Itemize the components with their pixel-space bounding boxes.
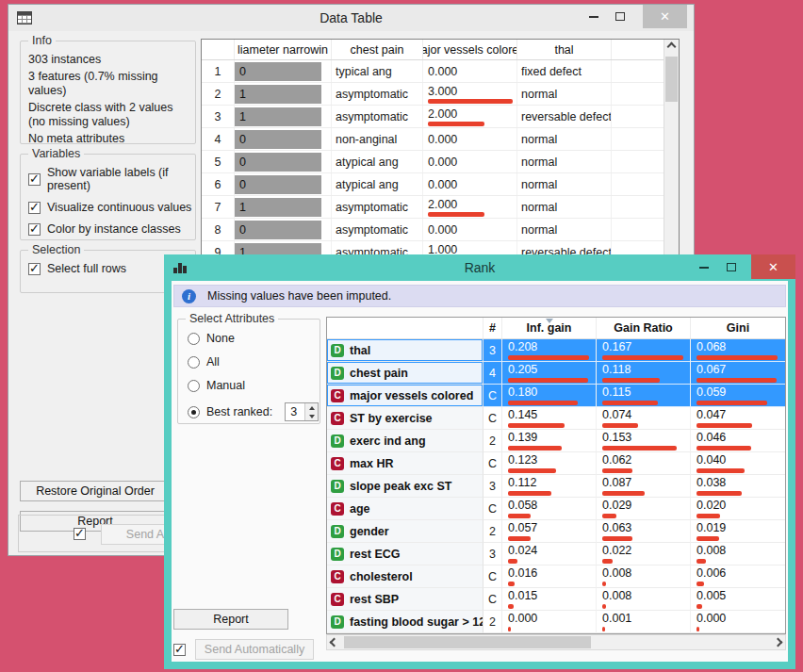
gini-cell[interactable]: 0.047 — [691, 407, 785, 430]
spin-up-icon[interactable] — [305, 403, 318, 412]
diameter-narrowing-cell[interactable]: 0 — [235, 60, 332, 82]
major-vessels-cell[interactable]: 0.000 — [423, 151, 517, 172]
header-thal[interactable]: thal — [517, 40, 612, 59]
chest-pain-cell[interactable]: asymptomatic — [332, 83, 423, 105]
thal-cell[interactable]: normal — [517, 219, 612, 240]
thal-cell[interactable]: reversable defect — [517, 106, 612, 127]
values-count-cell[interactable]: C — [483, 565, 502, 588]
send-automatically-checkbox[interactable] — [74, 528, 86, 540]
inf-gain-cell[interactable]: 0.208 — [502, 339, 597, 362]
thal-cell[interactable]: fixed defect — [517, 60, 612, 82]
inf-gain-cell[interactable]: 0.015 — [502, 588, 597, 611]
values-count-cell[interactable]: 2 — [483, 430, 502, 452]
chest-pain-cell[interactable]: asymptomatic — [332, 219, 423, 240]
table-row[interactable]: 10typical ang0.000fixed defect — [202, 60, 664, 83]
gain-ratio-cell[interactable]: 0.029 — [597, 498, 691, 520]
chest-pain-cell[interactable]: typical ang — [332, 60, 423, 82]
diameter-narrowing-cell[interactable]: 1 — [235, 196, 332, 218]
major-vessels-cell[interactable]: 0.000 — [423, 173, 517, 195]
gini-cell[interactable]: 0.068 — [691, 339, 785, 362]
checkbox-icon[interactable] — [28, 173, 41, 186]
gini-cell[interactable]: 0.046 — [691, 430, 785, 452]
inf-gain-cell[interactable]: 0.145 — [502, 407, 597, 430]
gain-ratio-cell[interactable]: 0.001 — [597, 611, 691, 633]
thal-cell[interactable]: normal — [517, 128, 612, 150]
gini-cell[interactable]: 0.038 — [691, 475, 785, 498]
send-automatically-button[interactable]: Send Automatically — [195, 639, 314, 660]
header-major-vessels[interactable]: ajor vessels colore — [423, 40, 517, 59]
radio-icon[interactable] — [188, 356, 200, 369]
gini-cell[interactable]: 0.005 — [691, 588, 785, 611]
spin-down-icon[interactable] — [305, 412, 318, 420]
values-count-cell[interactable]: 4 — [483, 362, 502, 385]
rank-row[interactable]: Crest SBPC0.0150.0080.005 — [327, 588, 785, 611]
major-vessels-cell[interactable]: 0.000 — [423, 60, 517, 82]
attribute-name-cell[interactable]: CST by exercise — [327, 407, 483, 430]
table-row[interactable]: 71asymptomatic2.000normal — [202, 196, 664, 219]
close-icon[interactable] — [751, 254, 795, 279]
rank-row[interactable]: Dfasting blood sugar > 12020.0000.0010.0… — [327, 611, 785, 633]
scrollbar-thumb[interactable] — [665, 57, 678, 102]
inf-gain-cell[interactable]: 0.000 — [502, 611, 597, 633]
checkbox-visualize-continuous[interactable]: Visualize continuous values — [28, 201, 195, 214]
radio-icon[interactable] — [188, 406, 200, 418]
radio-icon[interactable] — [188, 380, 200, 392]
checkbox-icon[interactable] — [28, 263, 41, 275]
scroll-right-icon[interactable] — [769, 635, 785, 649]
scroll-left-icon[interactable] — [327, 635, 343, 649]
gain-ratio-cell[interactable]: 0.118 — [597, 362, 691, 385]
values-count-cell[interactable]: C — [483, 385, 502, 407]
header-values-count[interactable]: # — [483, 318, 502, 338]
thal-cell[interactable]: normal — [517, 173, 612, 195]
attribute-name-cell[interactable]: Cage — [327, 498, 483, 520]
inf-gain-cell[interactable]: 0.016 — [502, 565, 597, 588]
rank-row[interactable]: Drest ECG30.0240.0220.008 — [327, 543, 785, 565]
rank-row[interactable]: CST by exerciseC0.1450.0740.047 — [327, 407, 785, 430]
table-row[interactable]: 31asymptomatic2.000reversable defect — [202, 106, 664, 128]
attribute-name-cell[interactable]: Dgender — [327, 520, 483, 543]
header-row-number[interactable] — [202, 40, 235, 59]
gini-cell[interactable]: 0.019 — [691, 520, 785, 543]
values-count-cell[interactable]: 3 — [483, 475, 502, 498]
scrollbar-thumb[interactable] — [344, 636, 591, 648]
attribute-name-cell[interactable]: Crest SBP — [327, 588, 483, 611]
header-gain-ratio[interactable]: Gain Ratio — [597, 318, 691, 338]
data-table-titlebar[interactable]: Data Table — [8, 5, 694, 31]
header-attribute-name[interactable] — [327, 318, 483, 338]
table-row[interactable]: 40non-anginal0.000normal — [202, 128, 664, 151]
rank-row[interactable]: CcholesterolC0.0160.0080.006 — [327, 565, 785, 588]
restore-original-order-button[interactable]: Restore Original Order — [20, 481, 171, 501]
diameter-narrowing-cell[interactable]: 0 — [235, 128, 332, 150]
chest-pain-cell[interactable]: atypical ang — [332, 151, 423, 172]
thal-cell[interactable]: normal — [517, 196, 612, 218]
attribute-name-cell[interactable]: Dslope peak exc ST — [327, 475, 483, 498]
minimize-icon[interactable] — [581, 5, 607, 28]
gain-ratio-cell[interactable]: 0.022 — [597, 543, 691, 565]
checkbox-show-variable-labels[interactable]: Show variable labels (if present) — [28, 166, 195, 192]
table-row[interactable]: 80asymptomatic0.000normal — [202, 219, 664, 241]
inf-gain-cell[interactable]: 0.205 — [502, 362, 597, 385]
gain-ratio-cell[interactable]: 0.087 — [597, 475, 691, 498]
rank-row[interactable]: Cmax HRC0.1230.0620.040 — [327, 452, 785, 475]
inf-gain-cell[interactable]: 0.139 — [502, 430, 597, 452]
inf-gain-cell[interactable]: 0.058 — [502, 498, 597, 520]
rank-row[interactable]: CageC0.0580.0290.020 — [327, 498, 785, 520]
inf-gain-cell[interactable]: 0.180 — [502, 385, 597, 407]
gain-ratio-cell[interactable]: 0.153 — [597, 430, 691, 452]
values-count-cell[interactable]: 3 — [483, 543, 502, 565]
attribute-name-cell[interactable]: Cmax HR — [327, 452, 483, 475]
thal-cell[interactable]: normal — [517, 151, 612, 172]
major-vessels-cell[interactable]: 0.000 — [423, 128, 517, 150]
inf-gain-cell[interactable]: 0.024 — [502, 543, 597, 565]
gain-ratio-cell[interactable]: 0.008 — [597, 565, 691, 588]
gini-cell[interactable]: 0.059 — [691, 385, 785, 407]
rank-row[interactable]: Dexerc ind ang20.1390.1530.046 — [327, 430, 785, 452]
horizontal-scrollbar[interactable] — [326, 634, 786, 650]
attribute-name-cell[interactable]: Dchest pain — [327, 362, 483, 385]
gain-ratio-cell[interactable]: 0.074 — [597, 407, 691, 430]
rank-row[interactable]: Cmajor vessels coloredC0.1800.1150.059 — [327, 385, 785, 407]
report-button[interactable]: Report — [173, 609, 288, 630]
header-inf-gain[interactable]: Inf. gain — [502, 318, 597, 338]
inf-gain-cell[interactable]: 0.057 — [502, 520, 597, 543]
gain-ratio-cell[interactable]: 0.008 — [597, 588, 691, 611]
